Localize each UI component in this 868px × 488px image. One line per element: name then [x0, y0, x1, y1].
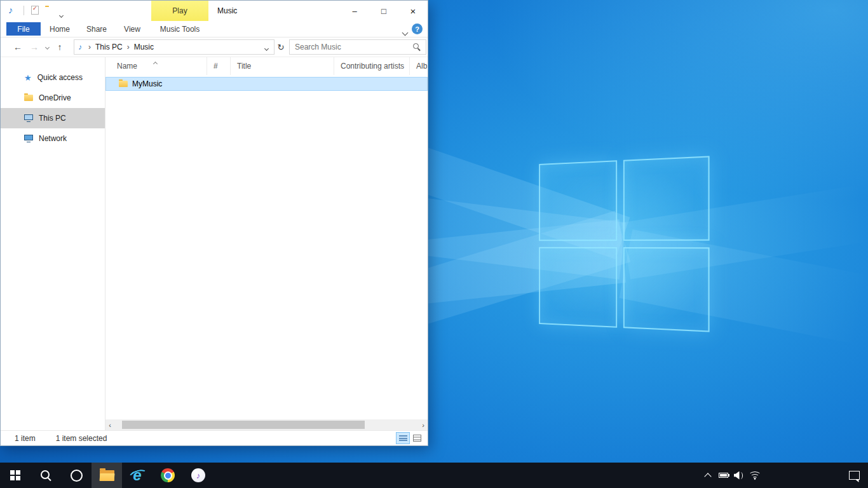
breadcrumb-separator: › — [125, 43, 132, 51]
battery-icon — [719, 473, 728, 478]
computer-icon — [24, 114, 33, 122]
file-name-label: MyMusic — [132, 79, 162, 88]
sidebar-item-onedrive[interactable]: OneDrive — [1, 88, 105, 108]
selection-count: 1 item selected — [56, 434, 107, 443]
address-toolbar: ← → ↑ ♪ › This PC › Music ↻ — [1, 37, 428, 57]
ribbon-tab-row: File Home Share View Music Tools ? — [1, 21, 428, 37]
windows-logo-pane — [623, 247, 710, 332]
volume-status[interactable] — [731, 463, 746, 488]
search-icon[interactable] — [412, 43, 421, 51]
close-button[interactable]: × — [398, 1, 428, 21]
check-icon: ✓ — [32, 6, 37, 11]
taskbar-itunes-button[interactable]: ♪ — [183, 463, 214, 488]
customize-toolbar-chevron-icon[interactable] — [60, 8, 63, 20]
minimize-button[interactable]: – — [340, 1, 369, 21]
scroll-left-arrow[interactable]: ‹ — [105, 419, 114, 430]
tab-share[interactable]: Share — [83, 22, 110, 36]
search-input[interactable] — [290, 43, 412, 51]
action-center-icon — [849, 471, 860, 480]
action-center-button[interactable] — [840, 463, 868, 488]
help-button[interactable]: ? — [412, 24, 423, 34]
details-view-icon — [399, 435, 407, 442]
sidebar-item-label: OneDrive — [39, 93, 71, 102]
taskbar: e ♪ — [0, 463, 868, 488]
large-icons-view-icon — [413, 435, 421, 442]
taskbar-chrome-button[interactable] — [153, 463, 183, 488]
sidebar-item-quick-access[interactable]: ★ Quick access — [1, 67, 105, 88]
file-explorer-icon — [100, 470, 114, 481]
scrollbar-thumb[interactable] — [122, 421, 365, 429]
breadcrumb-this-pc[interactable]: This PC — [93, 43, 125, 51]
address-bar[interactable]: ♪ › This PC › Music — [74, 39, 275, 55]
horizontal-scrollbar[interactable]: ‹ › — [105, 419, 428, 430]
network-status[interactable] — [746, 463, 764, 488]
itunes-icon: ♪ — [191, 468, 205, 482]
breadcrumb-music[interactable]: Music — [132, 43, 156, 51]
file-list-area: Name # Title Contributing artists Alb — [105, 57, 428, 430]
windows-logo-pane — [623, 156, 710, 241]
sidebar-item-label: Quick access — [37, 73, 83, 82]
tray-spacer — [764, 463, 840, 488]
column-label: Alb — [416, 62, 427, 71]
scrollbar-track[interactable] — [114, 419, 419, 430]
column-header-album[interactable]: Alb — [410, 57, 428, 75]
breadcrumb-separator: › — [86, 43, 93, 51]
search-icon — [40, 470, 51, 481]
file-row-mymusic[interactable]: MyMusic — [105, 77, 428, 91]
properties-icon[interactable]: ✓ — [31, 6, 39, 15]
up-button[interactable]: ↑ — [51, 39, 68, 55]
sidebar-item-label: Network — [39, 134, 67, 143]
taskbar-file-explorer-button[interactable] — [92, 463, 122, 488]
taskbar-search-button[interactable] — [31, 463, 61, 488]
music-note-icon: ♪ — [78, 43, 82, 51]
battery-status[interactable] — [715, 463, 731, 488]
forward-button[interactable]: → — [26, 39, 43, 55]
windows-logo-pane — [539, 160, 617, 241]
wifi-icon — [748, 471, 762, 480]
column-header-number[interactable]: # — [207, 57, 231, 75]
sidebar-item-this-pc[interactable]: This PC — [1, 108, 105, 128]
explorer-main: ★ Quick access OneDrive This PC Network — [1, 57, 428, 430]
column-header-row: Name # Title Contributing artists Alb — [105, 57, 428, 75]
star-icon: ★ — [24, 74, 32, 82]
expand-ribbon-chevron-icon[interactable] — [403, 26, 407, 37]
chevron-up-icon — [704, 473, 711, 480]
folder-icon — [119, 81, 128, 87]
search-box — [289, 39, 426, 55]
status-bar: 1 item 1 item selected — [1, 430, 428, 445]
windows-logo-icon — [10, 470, 20, 480]
tab-play[interactable]: Play — [151, 1, 208, 21]
tab-home[interactable]: Home — [46, 22, 73, 36]
column-label: # — [214, 62, 218, 71]
back-button[interactable]: ← — [10, 39, 26, 55]
internet-explorer-icon: e — [129, 467, 146, 484]
sidebar-item-label: This PC — [39, 114, 66, 123]
tab-file[interactable]: File — [6, 22, 41, 36]
taskbar-internet-explorer-button[interactable]: e — [122, 463, 153, 488]
title-bar[interactable]: ♪ ✓ Play Music – □ × — [1, 1, 428, 21]
network-icon — [24, 135, 33, 142]
hidden-icons-button[interactable] — [700, 463, 715, 488]
item-count: 1 item — [15, 434, 36, 443]
address-dropdown-chevron-icon[interactable] — [265, 41, 268, 53]
contextual-group-music-tools[interactable]: Music Tools — [151, 22, 208, 36]
scroll-right-arrow[interactable]: › — [419, 419, 428, 430]
start-button[interactable] — [0, 463, 31, 488]
large-icons-view-button[interactable] — [410, 432, 424, 444]
details-view-button[interactable] — [396, 432, 410, 444]
file-explorer-window: ♪ ✓ Play Music – □ × File Home Share Vie… — [0, 0, 428, 446]
column-label: Name — [117, 62, 137, 71]
window-controls: – □ × — [340, 1, 428, 21]
windows-logo-pane — [539, 247, 617, 328]
column-header-name[interactable]: Name — [105, 57, 207, 75]
refresh-button[interactable]: ↻ — [275, 39, 287, 55]
maximize-button[interactable]: □ — [369, 1, 398, 21]
tab-view[interactable]: View — [120, 22, 144, 36]
recent-locations-chevron-icon[interactable] — [43, 39, 51, 55]
cortana-button[interactable] — [61, 463, 92, 488]
column-header-contributing-artists[interactable]: Contributing artists — [334, 57, 410, 75]
file-rows[interactable]: MyMusic — [105, 75, 428, 419]
window-title: Music — [217, 6, 237, 15]
column-header-title[interactable]: Title — [231, 57, 334, 75]
sidebar-item-network[interactable]: Network — [1, 128, 105, 149]
